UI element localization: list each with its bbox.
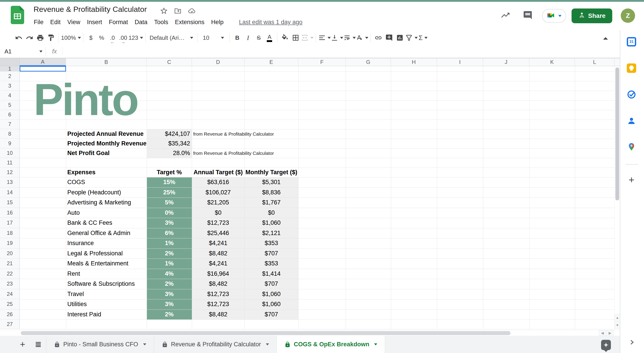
column-header-I[interactable]: I (437, 58, 483, 66)
expense-monthly-target[interactable]: $1,060 (244, 289, 298, 299)
row-header-7[interactable]: 7 (0, 119, 20, 129)
row-header-3[interactable]: 3 (0, 81, 20, 91)
account-avatar[interactable]: Z (621, 8, 635, 23)
row-header-12[interactable]: 12 (0, 168, 20, 177)
row-header-11[interactable]: 11 (0, 158, 20, 168)
column-header-G[interactable]: G (346, 58, 391, 66)
expense-name[interactable]: Rent (66, 269, 148, 279)
row-header-21[interactable]: 21 (0, 259, 20, 269)
row-header-9[interactable]: 9 (0, 139, 20, 148)
expense-table-header[interactable]: Annual Target ($) (192, 168, 244, 177)
column-header-C[interactable]: C (147, 58, 192, 66)
expense-annual-target[interactable]: $8,482 (192, 248, 244, 259)
vertical-align-button[interactable] (331, 32, 343, 43)
get-addons-button[interactable]: + (626, 175, 636, 185)
expense-name[interactable]: Travel (66, 289, 148, 299)
expense-monthly-target[interactable]: $8,836 (244, 187, 298, 198)
menu-help[interactable]: Help (208, 17, 227, 27)
menu-insert[interactable]: Insert (84, 17, 106, 27)
expense-monthly-target[interactable]: $1,060 (244, 218, 298, 228)
expense-target-pct[interactable]: 2% (147, 310, 192, 320)
expense-target-pct[interactable]: 25% (147, 187, 192, 198)
column-header-F[interactable]: F (298, 58, 346, 66)
expense-annual-target[interactable]: $4,241 (192, 259, 244, 269)
create-filter-button[interactable] (405, 32, 418, 43)
paint-format-button[interactable] (46, 32, 56, 43)
vertical-scrollbar[interactable]: ▲ ▼ (614, 66, 620, 330)
expense-name[interactable]: COGS (66, 177, 148, 187)
expense-annual-target[interactable]: $106,027 (192, 187, 244, 198)
row-header-1[interactable]: 1 (0, 66, 20, 71)
expense-target-pct[interactable]: 4% (147, 269, 192, 279)
expense-annual-target[interactable]: $16,964 (192, 269, 244, 279)
sheet-tab-2[interactable]: Revenue & Profitability Calculator (154, 336, 276, 353)
bold-button[interactable]: B (232, 32, 242, 43)
expense-target-pct[interactable]: 3% (147, 218, 192, 228)
functions-button[interactable]: Σ (418, 32, 428, 43)
expense-name[interactable]: Insurance (66, 238, 148, 248)
row-header-8[interactable]: 8 (0, 129, 20, 139)
font-size-select[interactable]: 10 (200, 32, 227, 43)
vertical-scrollbar-thumb[interactable] (616, 67, 619, 200)
expense-monthly-target[interactable]: $353 (244, 238, 298, 248)
row-header-4[interactable]: 4 (0, 91, 20, 100)
text-color-button[interactable]: A (264, 32, 275, 43)
expense-annual-target[interactable]: $4,241 (192, 238, 244, 248)
expense-target-pct[interactable]: 0% (147, 208, 192, 218)
expense-table-header[interactable]: Expenses (66, 168, 148, 177)
expense-monthly-target[interactable]: $707 (244, 248, 298, 259)
expense-name[interactable]: Legal & Professional (66, 248, 148, 259)
name-box[interactable]: A1 (0, 48, 42, 55)
print-button[interactable] (35, 32, 46, 43)
google-maps-icon[interactable] (626, 142, 636, 152)
zoom-select[interactable]: 100% (61, 32, 81, 43)
expense-target-pct[interactable]: 3% (147, 289, 192, 299)
row-header-2[interactable]: 2 (0, 71, 20, 81)
expense-target-pct[interactable]: 2% (147, 248, 192, 259)
all-sheets-button[interactable] (30, 336, 46, 353)
expense-table-header[interactable]: Monthly Target ($) (244, 168, 298, 177)
text-rotation-button[interactable] (356, 32, 368, 43)
scroll-left-button[interactable]: ◀ (599, 330, 606, 336)
summary-label[interactable]: Projected Annual Revenue (66, 129, 148, 139)
column-header-E[interactable]: E (244, 58, 298, 66)
expense-monthly-target[interactable]: $5,301 (244, 177, 298, 187)
share-button[interactable]: Share (572, 8, 612, 23)
borders-button[interactable] (290, 32, 301, 43)
expense-name[interactable]: Meals & Entertainment (66, 259, 148, 269)
row-header-27[interactable]: 27 (0, 320, 20, 329)
select-all-corner[interactable] (0, 58, 20, 66)
expense-target-pct[interactable]: 5% (147, 198, 192, 208)
show-side-panel-button[interactable] (628, 339, 635, 347)
summary-label[interactable]: Projected Monthly Revenue (66, 139, 148, 148)
expense-target-pct[interactable]: 1% (147, 238, 192, 248)
expense-target-pct[interactable]: 2% (147, 279, 192, 289)
expense-monthly-target[interactable]: $2,121 (244, 228, 298, 238)
expense-name[interactable]: Advertising & Marketing (66, 198, 148, 208)
scroll-down-button[interactable]: ▼ (615, 322, 620, 329)
expense-table-header[interactable]: Target % (147, 168, 192, 177)
row-header-13[interactable]: 13 (0, 177, 20, 187)
insert-link-button[interactable] (373, 32, 384, 43)
column-header-K[interactable]: K (529, 58, 575, 66)
expense-annual-target[interactable]: $8,482 (192, 310, 244, 320)
menu-file[interactable]: File (30, 17, 47, 27)
google-keep-icon[interactable] (626, 63, 636, 73)
menu-view[interactable]: View (64, 17, 84, 27)
insert-chart-button[interactable] (394, 32, 405, 43)
increase-decimal-button[interactable]: .00→ (118, 32, 128, 43)
sheet-grid[interactable]: 1234567891011121314151617181920212223242… (0, 66, 620, 330)
expense-name[interactable]: Software & Subscriptions (66, 279, 148, 289)
summary-label[interactable]: Net Profit Goal (66, 148, 148, 158)
column-header-A[interactable]: A (20, 58, 66, 66)
row-header-25[interactable]: 25 (0, 299, 20, 310)
last-edit-link[interactable]: Last edit was 1 day ago (238, 17, 304, 27)
expense-annual-target[interactable]: $25,446 (192, 228, 244, 238)
expense-monthly-target[interactable]: $1,060 (244, 299, 298, 310)
expense-monthly-target[interactable]: $353 (244, 259, 298, 269)
menu-data[interactable]: Data (131, 17, 151, 27)
strikethrough-button[interactable]: S (253, 32, 264, 43)
undo-button[interactable] (14, 32, 24, 43)
italic-button[interactable]: I (242, 32, 253, 43)
font-family-select[interactable]: Default (Ari… (148, 32, 195, 43)
